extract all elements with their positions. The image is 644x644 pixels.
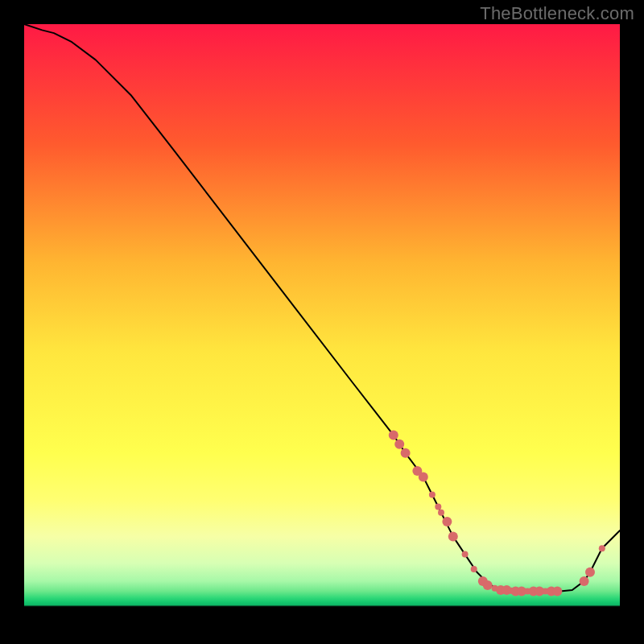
marker-point — [419, 472, 428, 481]
marker-point — [442, 517, 452, 526]
marker-point — [580, 576, 589, 586]
marker-point — [389, 431, 398, 440]
marker-point — [438, 510, 444, 516]
marker-point — [552, 586, 562, 596]
chart-stage: TheBottleneck.com — [0, 0, 644, 644]
marker-point — [471, 566, 477, 572]
marker-point — [429, 492, 436, 498]
marker-point — [599, 545, 605, 551]
marker-point — [394, 440, 404, 449]
marker-point — [435, 503, 441, 510]
marker-point — [448, 531, 458, 541]
watermark-label: TheBottleneck.com — [480, 3, 634, 24]
chart-background — [24, 24, 620, 620]
bottleneck-chart — [0, 0, 644, 644]
marker-point — [585, 568, 595, 577]
marker-point — [462, 551, 469, 558]
marker-point — [483, 580, 493, 590]
marker-point — [401, 448, 411, 458]
